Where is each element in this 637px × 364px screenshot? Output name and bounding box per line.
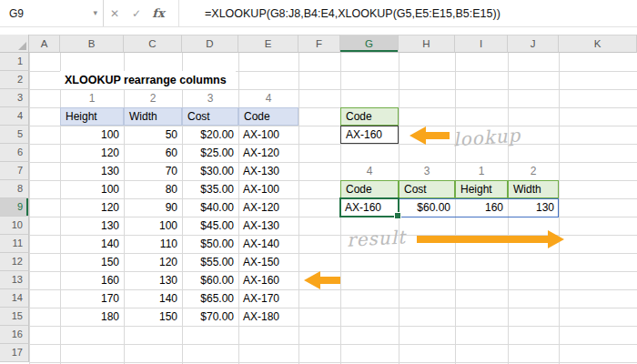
- cell-B6[interactable]: 120: [60, 144, 124, 162]
- row-header-8[interactable]: 8: [0, 180, 29, 198]
- enter-icon[interactable]: ✓: [126, 0, 147, 26]
- column-header-A[interactable]: A: [29, 35, 60, 53]
- cell-B3[interactable]: 1: [60, 89, 124, 107]
- cell-C4[interactable]: Width: [124, 107, 182, 126]
- row-header-6[interactable]: 6: [0, 144, 29, 162]
- cell-E8[interactable]: AX-100: [238, 180, 298, 198]
- formula-input[interactable]: =XLOOKUP(G8:J8,B4:E4,XLOOKUP(G5,E5:E15,B…: [178, 0, 637, 26]
- cell-B14[interactable]: 170: [60, 289, 124, 308]
- column-header-H[interactable]: H: [399, 35, 455, 53]
- cell-B5[interactable]: 100: [60, 126, 124, 144]
- cell-E14[interactable]: AX-170: [238, 289, 298, 308]
- cell-C7[interactable]: 70: [124, 162, 182, 180]
- cancel-icon[interactable]: ✕: [104, 0, 126, 26]
- column-header-K[interactable]: K: [559, 35, 637, 53]
- cell-C10[interactable]: 100: [124, 217, 182, 235]
- column-header-I[interactable]: I: [455, 35, 508, 53]
- row-header-2[interactable]: 2: [0, 71, 29, 89]
- row-header-10[interactable]: 10: [0, 217, 29, 235]
- cell-B11[interactable]: 140: [60, 235, 124, 253]
- cell-C8[interactable]: 80: [124, 180, 182, 198]
- cell-E11[interactable]: AX-140: [238, 235, 298, 253]
- cell-D9[interactable]: $40.00: [182, 198, 238, 217]
- cell-E4[interactable]: Code: [238, 107, 298, 126]
- name-box-dropdown-icon[interactable]: ▾: [93, 8, 97, 17]
- cell-C6[interactable]: 60: [124, 144, 182, 162]
- name-box[interactable]: G9 ▾: [0, 0, 104, 26]
- cell-D13[interactable]: $60.00: [182, 271, 238, 289]
- cell-G7[interactable]: 4: [340, 162, 399, 180]
- row-header-9[interactable]: 9: [0, 198, 29, 217]
- cell-D12[interactable]: $55.00: [182, 253, 238, 271]
- cell-H9[interactable]: $60.00: [399, 198, 455, 217]
- row-header-7[interactable]: 7: [0, 162, 29, 180]
- cell-D6[interactable]: $25.00: [182, 144, 238, 162]
- column-header-C[interactable]: C: [124, 35, 182, 53]
- column-header-G[interactable]: G: [340, 35, 399, 53]
- row-header-11[interactable]: 11: [0, 235, 29, 253]
- cell-J9[interactable]: 130: [508, 198, 559, 217]
- row-header-1[interactable]: 1: [0, 53, 29, 71]
- insert-function-icon[interactable]: fx: [147, 0, 169, 26]
- cell-B15[interactable]: 180: [60, 308, 124, 326]
- column-header-D[interactable]: D: [182, 35, 238, 53]
- cell-D14[interactable]: $65.00: [182, 289, 238, 308]
- cell-D4[interactable]: Cost: [182, 107, 238, 126]
- cell-G8[interactable]: Code: [340, 180, 399, 198]
- cell-C5[interactable]: 50: [124, 126, 182, 144]
- cell-B4[interactable]: Height: [60, 107, 124, 126]
- cell-I7[interactable]: 1: [455, 162, 508, 180]
- cell-B7[interactable]: 130: [60, 162, 124, 180]
- cell-C9[interactable]: 90: [124, 198, 182, 217]
- column-header-B[interactable]: B: [60, 35, 124, 53]
- cell-E10[interactable]: AX-130: [238, 217, 298, 235]
- cell-C11[interactable]: 110: [124, 235, 182, 253]
- cell-I8[interactable]: Height: [455, 180, 508, 198]
- cell-D7[interactable]: $30.00: [182, 162, 238, 180]
- cell-E6[interactable]: AX-120: [238, 144, 298, 162]
- row-header-4[interactable]: 4: [0, 107, 29, 126]
- cell-C12[interactable]: 120: [124, 253, 182, 271]
- cell-E12[interactable]: AX-150: [238, 253, 298, 271]
- cell-G9[interactable]: AX-160: [340, 198, 399, 217]
- cell-E13[interactable]: AX-160: [238, 271, 298, 289]
- row-header-16[interactable]: 16: [0, 326, 29, 344]
- cell-D15[interactable]: $70.00: [182, 308, 238, 326]
- cell-B13[interactable]: 160: [60, 271, 124, 289]
- cell-E15[interactable]: AX-180: [238, 308, 298, 326]
- cell-C3[interactable]: 2: [124, 89, 182, 107]
- cell-I9[interactable]: 160: [455, 198, 508, 217]
- cell-D11[interactable]: $50.00: [182, 235, 238, 253]
- cell-G4[interactable]: Code: [340, 107, 399, 126]
- cell-H7[interactable]: 3: [399, 162, 455, 180]
- cell-C15[interactable]: 150: [124, 308, 182, 326]
- cell-D3[interactable]: 3: [182, 89, 238, 107]
- select-all-corner[interactable]: [0, 35, 29, 53]
- cell-E3[interactable]: 4: [238, 89, 298, 107]
- cell-B9[interactable]: 120: [60, 198, 124, 217]
- cell-D8[interactable]: $35.00: [182, 180, 238, 198]
- row-header-12[interactable]: 12: [0, 253, 29, 271]
- cell-C13[interactable]: 130: [124, 271, 182, 289]
- column-header-E[interactable]: E: [238, 35, 298, 53]
- column-header-J[interactable]: J: [508, 35, 559, 53]
- cell-H8[interactable]: Cost: [399, 180, 455, 198]
- row-header-14[interactable]: 14: [0, 289, 29, 308]
- cell-B10[interactable]: 130: [60, 217, 124, 235]
- cell-E5[interactable]: AX-100: [238, 126, 298, 144]
- row-header-3[interactable]: 3: [0, 89, 29, 107]
- cell-E9[interactable]: AX-120: [238, 198, 298, 217]
- cell-B8[interactable]: 100: [60, 180, 124, 198]
- column-header-F[interactable]: F: [298, 35, 340, 53]
- cell-G5[interactable]: AX-160: [340, 126, 399, 144]
- cell-E7[interactable]: AX-130: [238, 162, 298, 180]
- cell-C14[interactable]: 140: [124, 289, 182, 308]
- row-header-13[interactable]: 13: [0, 271, 29, 289]
- cell-J8[interactable]: Width: [508, 180, 559, 198]
- cell-J7[interactable]: 2: [508, 162, 559, 180]
- cell-B12[interactable]: 150: [60, 253, 124, 271]
- row-header-17[interactable]: 17: [0, 344, 29, 362]
- cell-B2[interactable]: XLOOKUP rearrange columns: [60, 71, 236, 89]
- cell-D10[interactable]: $45.00: [182, 217, 238, 235]
- cell-D5[interactable]: $20.00: [182, 126, 238, 144]
